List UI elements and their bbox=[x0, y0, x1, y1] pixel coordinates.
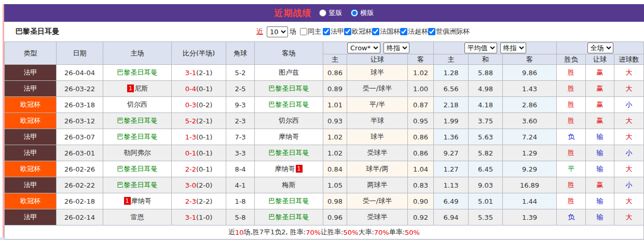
horizontal-layout-radio[interactable] bbox=[351, 9, 358, 17]
handicap-result: 赢 bbox=[586, 65, 614, 81]
sub-header-avg-home: 主 bbox=[434, 54, 469, 65]
outcome-result: 胜 bbox=[557, 65, 586, 81]
avg-home: 6.94 bbox=[434, 209, 469, 225]
layout-radio-group: 竖版 横版 bbox=[319, 8, 374, 18]
same-home-checkbox[interactable] bbox=[300, 28, 307, 35]
league-checkbox[interactable] bbox=[372, 28, 379, 35]
average-stage-select[interactable]: 终指 bbox=[500, 43, 526, 53]
league-label: 法国杯 bbox=[380, 27, 400, 36]
league-filter-option[interactable]: 法超杯 bbox=[400, 27, 428, 36]
away-team-cell: 巴黎圣日耳曼 bbox=[255, 97, 323, 113]
fulltime-score: 0-3 bbox=[185, 101, 196, 109]
horizontal-layout-label: 横版 bbox=[361, 8, 374, 18]
sub-header-handicap-result: 让球 bbox=[586, 54, 614, 65]
away-team-cell: 摩纳哥1 bbox=[255, 161, 323, 177]
horizontal-layout-option[interactable]: 横版 bbox=[351, 8, 374, 18]
goals-result: 大 bbox=[614, 81, 644, 97]
match-row: 欧冠杯26-03-18切尔西0-3(0-2)9-3巴黎圣日耳曼1.01平/半0.… bbox=[5, 97, 644, 113]
goals-result: 小 bbox=[614, 177, 644, 193]
team-name: 巴黎圣日耳曼 bbox=[117, 133, 158, 140]
match-type-badge: 欧冠杯 bbox=[5, 113, 57, 129]
league-checkbox[interactable] bbox=[400, 28, 407, 35]
match-date: 26-02-18 bbox=[57, 193, 103, 209]
score-cell: 2-3(2-2) bbox=[172, 193, 226, 209]
matches-label: 场 bbox=[290, 27, 296, 36]
odds-away: 1.02 bbox=[408, 65, 434, 81]
filter-bar: 巴黎圣日耳曼 近 10 场 同主 法甲欧冠杯法国杯法超杯世俱洲际杯 bbox=[4, 22, 644, 41]
match-type-badge: 法甲 bbox=[5, 65, 57, 81]
avg-draw: 4.18 bbox=[469, 97, 503, 113]
results-table: 类型 日期 主场 比分(半场) 角球 客场 Crow* 终指 平均值 bbox=[4, 41, 644, 225]
outcome-result: 胜 bbox=[557, 177, 586, 193]
league-filter-option[interactable]: 法甲 bbox=[323, 27, 344, 36]
away-team-cell: 巴黎圣日耳曼 bbox=[255, 193, 323, 209]
league-checkbox[interactable] bbox=[428, 28, 435, 35]
odds-stage-select[interactable]: 终指 bbox=[383, 43, 409, 53]
avg-home: 6.56 bbox=[434, 81, 469, 97]
vertical-layout-radio[interactable] bbox=[319, 9, 326, 17]
title-bar: 近期战绩 竖版 横版 bbox=[4, 4, 644, 22]
league-checkbox[interactable] bbox=[344, 28, 351, 35]
avg-away: 3.60 bbox=[503, 113, 557, 129]
away-team-cell: 摩纳哥 bbox=[255, 129, 323, 145]
halftime-score: (1-0) bbox=[196, 214, 212, 221]
recent-count-select[interactable]: 10 bbox=[267, 26, 288, 37]
halftime-score: (0-1) bbox=[196, 149, 212, 157]
away-team-cell: 梅斯 bbox=[255, 177, 323, 193]
halftime-score: (2-2) bbox=[196, 197, 212, 205]
odds-handicap: 受一/球半 bbox=[347, 193, 408, 209]
match-type-badge: 欧冠杯 bbox=[5, 193, 57, 209]
vertical-layout-option[interactable]: 竖版 bbox=[319, 8, 342, 18]
odds-home: 1.05 bbox=[323, 177, 347, 193]
recent-label[interactable]: 近 bbox=[256, 27, 263, 36]
odds-company-select[interactable]: Crow* bbox=[347, 43, 380, 53]
fulltime-score: 5-2 bbox=[185, 117, 196, 125]
home-team-cell: 1摩纳哥 bbox=[103, 193, 172, 209]
vertical-layout-label: 竖版 bbox=[329, 8, 342, 18]
goals-result: 大 bbox=[614, 113, 644, 129]
halftime-score: (0-1) bbox=[196, 165, 212, 173]
fulltime-score: 1-3 bbox=[185, 133, 196, 141]
away-team-cell: 巴黎圣日耳曼 bbox=[255, 145, 323, 161]
average-select[interactable]: 平均值 bbox=[464, 43, 497, 53]
score-cell: 1-3(0-1) bbox=[172, 129, 226, 145]
sub-header-handicap: 让球 bbox=[347, 54, 408, 65]
halftime-score: (0-1) bbox=[196, 85, 212, 93]
team-name: 巴黎圣日耳曼 bbox=[269, 197, 309, 205]
odds-handicap: 球半 bbox=[347, 65, 408, 81]
corner-score: 7-3 bbox=[226, 129, 255, 145]
fulltime-score: 3-1 bbox=[185, 69, 196, 77]
team-name: 巴黎圣日耳曼 bbox=[117, 181, 158, 189]
avg-draw: 4.98 bbox=[469, 81, 503, 97]
avg-away: 1.44 bbox=[503, 193, 557, 209]
avg-home: 9.27 bbox=[434, 145, 469, 161]
goals-result: 大 bbox=[614, 65, 644, 81]
outcome-result: 胜 bbox=[557, 145, 586, 161]
outcome-result: 胜 bbox=[557, 193, 586, 209]
match-date: 26-03-12 bbox=[57, 113, 103, 129]
recent-results-panel: 近期战绩 竖版 横版 巴黎圣日耳曼 近 10 场 bbox=[0, 0, 644, 240]
avg-home: 1.13 bbox=[434, 177, 469, 193]
match-type-badge: 法甲 bbox=[5, 145, 57, 161]
same-home-option[interactable]: 同主 bbox=[300, 27, 321, 36]
team-name: 图卢兹 bbox=[279, 68, 299, 76]
score-cell: 5-2(2-1) bbox=[172, 113, 226, 129]
team-name: 梅斯 bbox=[282, 181, 296, 189]
league-checkbox[interactable] bbox=[323, 28, 330, 35]
fulltime-score: 2-2 bbox=[185, 165, 196, 173]
avg-away: 2.86 bbox=[503, 97, 557, 113]
home-team-cell: 巴黎圣日耳曼 bbox=[103, 177, 172, 193]
scope-select[interactable]: 全场 bbox=[587, 43, 613, 53]
avg-draw: 6.45 bbox=[469, 161, 503, 177]
match-row: 法甲26-02-14雷恩3-1(1-0)5-8巴黎圣日耳曼0.96受球半0.92… bbox=[5, 209, 644, 225]
league-filter-option[interactable]: 欧冠杯 bbox=[344, 27, 372, 36]
league-label: 世俱洲际杯 bbox=[436, 27, 470, 36]
league-filter-option[interactable]: 世俱洲际杯 bbox=[428, 27, 470, 36]
odds-away: 1.04 bbox=[408, 161, 434, 177]
odds-away: 0.87 bbox=[408, 97, 434, 113]
match-date: 26-03-07 bbox=[57, 129, 103, 145]
fulltime-score: 0-1 bbox=[185, 149, 196, 157]
col-header-home: 主场 bbox=[103, 42, 172, 65]
league-filter-option[interactable]: 法国杯 bbox=[372, 27, 400, 36]
avg-draw: 5.01 bbox=[469, 193, 503, 209]
